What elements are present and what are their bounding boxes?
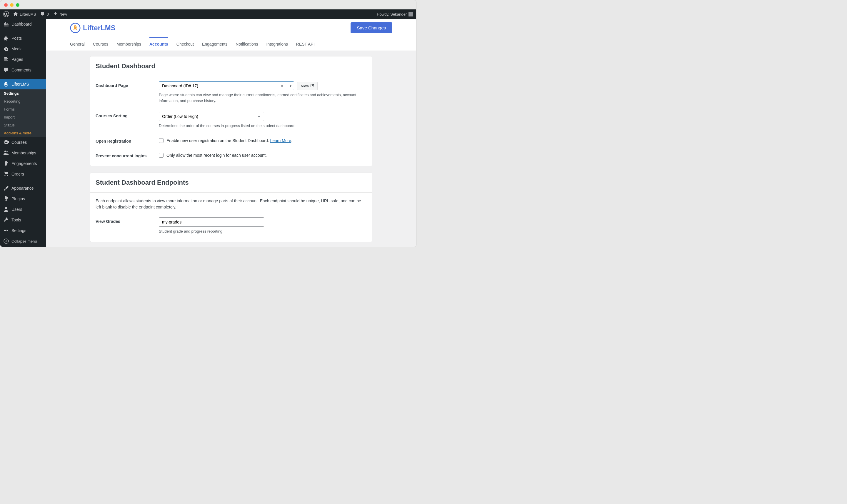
media-icon: [3, 46, 9, 52]
window-minimize-button[interactable]: [10, 3, 14, 7]
menu-pages[interactable]: Pages: [0, 54, 46, 65]
chevron-down-icon: ▼: [289, 84, 292, 88]
window-maximize-button[interactable]: [16, 3, 19, 7]
menu-courses[interactable]: Courses: [0, 137, 46, 148]
home-icon: [13, 12, 18, 16]
prevent-concurrent-text: Only allow the most recent login for eac…: [166, 153, 267, 158]
admin-bar: LifterLMS 0 New Howdy, Sekander: [0, 10, 416, 19]
view-grades-label: View Grades: [95, 217, 159, 224]
endpoints-panel-title: Student Dashboard Endpoints: [90, 173, 372, 193]
menu-users[interactable]: Users: [0, 204, 46, 215]
menu-plugins-label: Plugins: [12, 196, 25, 201]
save-changes-button[interactable]: Save Changes: [350, 22, 392, 33]
view-grades-desc: Student grade and progress reporting: [159, 229, 367, 234]
site-name-link[interactable]: LifterLMS: [13, 12, 36, 16]
courses-sorting-select[interactable]: Order (Low to High): [159, 112, 264, 121]
prevent-concurrent-checkbox[interactable]: [159, 153, 163, 158]
submenu-import[interactable]: Import: [0, 113, 46, 121]
menu-memberships-label: Memberships: [12, 150, 36, 155]
new-content-link[interactable]: New: [53, 12, 67, 16]
chevron-down-icon: [257, 115, 261, 118]
menu-media-label: Media: [12, 47, 23, 51]
menu-media[interactable]: Media: [0, 43, 46, 54]
menu-users-label: Users: [12, 207, 22, 212]
comment-icon: [40, 12, 45, 16]
menu-comments-label: Comments: [12, 68, 32, 72]
comments-link[interactable]: 0: [40, 12, 49, 16]
account-link[interactable]: Howdy, Sekander: [377, 12, 413, 16]
dashboard-page-select[interactable]: Dashboard (ID# 17) × ▼: [159, 82, 294, 90]
endpoints-desc: Each endpoint allows students to view mo…: [95, 198, 367, 210]
graduation-icon: [3, 139, 9, 145]
view-grades-input[interactable]: [159, 217, 264, 227]
open-registration-checkbox[interactable]: [159, 138, 163, 143]
settings-tabs: General Courses Memberships Accounts Che…: [67, 37, 396, 51]
wordpress-icon: [3, 11, 9, 17]
menu-posts[interactable]: Posts: [0, 33, 46, 43]
menu-appearance-label: Appearance: [12, 186, 34, 191]
clear-icon[interactable]: ×: [281, 84, 284, 88]
endpoints-panel: Student Dashboard Endpoints Each endpoin…: [90, 173, 372, 242]
rocket-icon: [3, 81, 9, 87]
submenu-forms[interactable]: Forms: [0, 105, 46, 113]
user-avatar: [409, 12, 413, 16]
pin-icon: [3, 35, 9, 41]
menu-memberships[interactable]: Memberships: [0, 148, 46, 158]
submenu-settings[interactable]: Settings: [0, 89, 46, 97]
menu-tools-label: Tools: [12, 218, 21, 222]
learn-more-link[interactable]: Learn More: [270, 138, 291, 143]
cart-icon: [3, 171, 9, 177]
content-area: LifterLMS Save Changes General Courses M…: [46, 19, 416, 247]
dashboard-page-value: Dashboard (ID# 17): [162, 84, 198, 88]
menu-engagements[interactable]: Engagements: [0, 158, 46, 169]
courses-sorting-label: Courses Sorting: [95, 112, 159, 118]
dashboard-page-desc: Page where students can view and manage …: [159, 92, 367, 104]
menu-plugins[interactable]: Plugins: [0, 194, 46, 204]
svg-point-2: [75, 25, 76, 26]
page-header: LifterLMS Save Changes General Courses M…: [46, 19, 416, 51]
view-page-button[interactable]: View: [297, 82, 318, 90]
wrench-icon: [3, 217, 9, 223]
wp-logo-menu[interactable]: [3, 11, 9, 17]
collapse-menu[interactable]: Collapse menu: [0, 236, 46, 247]
lifterlms-logo: LifterLMS: [70, 23, 115, 33]
submenu-addons[interactable]: Add-ons & more: [0, 129, 46, 137]
courses-sorting-desc: Determines the order of the courses in-p…: [159, 123, 367, 129]
menu-tools[interactable]: Tools: [0, 215, 46, 225]
tab-engagements[interactable]: Engagements: [202, 37, 227, 51]
menu-appearance[interactable]: Appearance: [0, 183, 46, 194]
menu-lifterlms-label: LifterLMS: [12, 82, 29, 87]
tab-notifications[interactable]: Notifications: [236, 37, 258, 51]
tab-rest-api[interactable]: REST API: [296, 37, 315, 51]
menu-orders-label: Orders: [12, 172, 24, 176]
users-icon: [3, 150, 9, 156]
tab-integrations[interactable]: Integrations: [267, 37, 288, 51]
menu-settings[interactable]: Settings: [0, 225, 46, 236]
tab-checkout[interactable]: Checkout: [177, 37, 194, 51]
dashboard-page-label: Dashboard Page: [95, 82, 159, 88]
open-registration-period: .: [291, 138, 292, 143]
site-name-text: LifterLMS: [20, 12, 36, 16]
menu-settings-label: Settings: [12, 228, 26, 233]
menu-orders[interactable]: Orders: [0, 169, 46, 179]
tab-memberships[interactable]: Memberships: [116, 37, 141, 51]
howdy-text: Howdy, Sekander: [377, 12, 407, 16]
window-titlebar: [0, 0, 416, 10]
menu-comments[interactable]: Comments: [0, 65, 46, 75]
brush-icon: [3, 185, 9, 191]
dashboard-icon: [3, 21, 9, 27]
tab-general[interactable]: General: [70, 37, 85, 51]
submenu-reporting[interactable]: Reporting: [0, 97, 46, 105]
tab-accounts[interactable]: Accounts: [149, 37, 168, 51]
tab-courses[interactable]: Courses: [93, 37, 108, 51]
menu-dashboard[interactable]: Dashboard: [0, 19, 46, 30]
sliders-icon: [3, 228, 9, 233]
collapse-label: Collapse menu: [12, 239, 37, 244]
logo-mark-icon: [70, 23, 80, 33]
menu-lifterlms[interactable]: LifterLMS: [0, 79, 46, 89]
logo-text: LifterLMS: [83, 24, 115, 32]
comments-menu-icon: [3, 67, 9, 73]
window-close-button[interactable]: [4, 3, 8, 7]
menu-pages-label: Pages: [12, 57, 23, 62]
submenu-status[interactable]: Status: [0, 121, 46, 129]
